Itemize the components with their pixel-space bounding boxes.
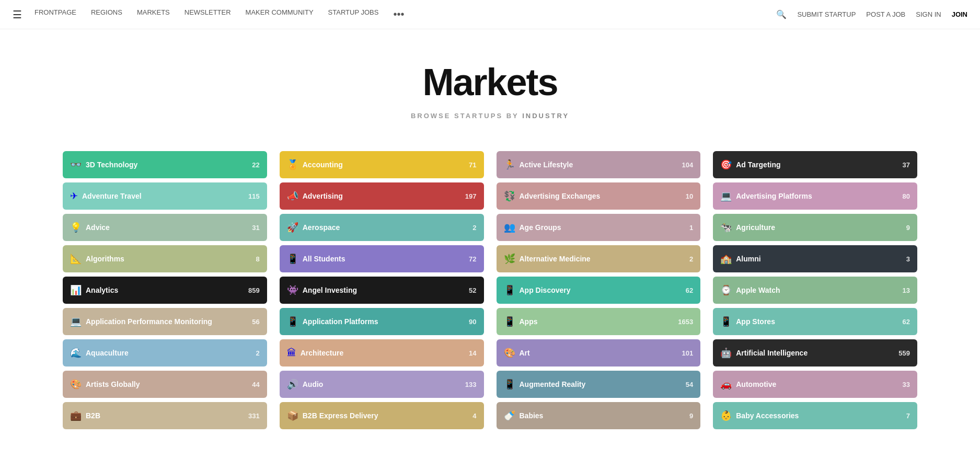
market-card[interactable]: 📱App Discovery62 <box>497 277 701 304</box>
market-card[interactable]: 🌿Alternative Medicine2 <box>497 245 701 272</box>
market-card[interactable]: 💻Application Performance Monitoring56 <box>63 308 267 335</box>
market-card[interactable]: 👓3D Technology22 <box>63 151 267 178</box>
markets-grid: 👓3D Technology22✈Adventure Travel115💡Adv… <box>0 141 980 450</box>
market-icon: 💻 <box>70 317 82 326</box>
market-card[interactable]: 🐄Agriculture9 <box>713 214 917 241</box>
navbar: ☰ FRONTPAGE REGIONS MARKETS NEWSLETTER M… <box>0 0 980 29</box>
market-icon: ✈ <box>70 191 78 201</box>
market-count: 8 <box>256 255 260 263</box>
market-icon: 👓 <box>70 160 82 169</box>
hero-section: Markets BROWSE STARTUPS BY INDUSTRY <box>0 29 980 141</box>
post-job-button[interactable]: POST A JOB <box>866 10 905 18</box>
market-icon: 📊 <box>70 285 82 295</box>
market-card[interactable]: 📱Augmented Reality54 <box>497 371 701 398</box>
market-label: Alumni <box>736 255 760 264</box>
market-icon: 🎨 <box>70 380 82 389</box>
page-title: Markets <box>10 61 970 104</box>
market-icon: 🐄 <box>720 223 732 232</box>
submit-startup-button[interactable]: SUBMIT STARTUP <box>797 10 856 18</box>
market-icon: 🎨 <box>504 348 515 358</box>
market-card[interactable]: 📱App Stores62 <box>713 308 917 335</box>
market-count: 62 <box>903 318 910 326</box>
market-card[interactable]: 🏛Architecture14 <box>280 339 484 367</box>
market-card[interactable]: 🎨Artists Globally44 <box>63 371 267 398</box>
market-count: 1653 <box>678 318 693 326</box>
market-card[interactable]: 🚀Aerospace2 <box>280 214 484 241</box>
search-icon[interactable]: 🔍 <box>776 9 787 19</box>
market-card[interactable]: 🏃Active Lifestyle104 <box>497 151 701 178</box>
market-icon: 🤖 <box>720 348 732 358</box>
market-count: 90 <box>469 318 476 326</box>
market-card[interactable]: 👾Angel Investing52 <box>280 277 484 304</box>
market-icon: 📱 <box>720 317 732 326</box>
market-count: 7 <box>906 412 910 420</box>
nav-markets[interactable]: MARKETS <box>137 8 170 20</box>
nav-regions[interactable]: REGIONS <box>91 8 122 20</box>
market-label: Angel Investing <box>303 286 357 295</box>
market-card[interactable]: 💻Advertising Platforms80 <box>713 182 917 210</box>
market-card[interactable]: 👶Baby Accessories7 <box>713 402 917 429</box>
market-card[interactable]: 📱Apps1653 <box>497 308 701 335</box>
market-count: 31 <box>252 224 259 232</box>
market-card[interactable]: 🌊Aquaculture2 <box>63 339 267 367</box>
market-card[interactable]: 📐Algorithms8 <box>63 245 267 272</box>
market-icon: 🔊 <box>287 380 298 389</box>
market-count: 2 <box>689 255 693 263</box>
join-button[interactable]: JOIN <box>952 10 967 18</box>
market-icon: 🚀 <box>287 223 298 232</box>
market-label: Apple Watch <box>736 286 780 295</box>
market-count: 101 <box>682 349 694 357</box>
market-count: 2 <box>472 224 476 232</box>
market-card[interactable]: 📱Application Platforms90 <box>280 308 484 335</box>
sign-in-button[interactable]: SIGN IN <box>916 10 941 18</box>
market-label: Analytics <box>86 286 118 295</box>
nav-maker-community[interactable]: MAKER COMMUNITY <box>246 8 314 20</box>
market-card[interactable]: 🏅Accounting71 <box>280 151 484 178</box>
market-card[interactable]: 💡Advice31 <box>63 214 267 241</box>
market-count: 859 <box>248 287 260 294</box>
market-card[interactable]: 📱All Students72 <box>280 245 484 272</box>
market-card[interactable]: ✈Adventure Travel115 <box>63 182 267 210</box>
market-card[interactable]: 👥Age Groups1 <box>497 214 701 241</box>
market-card[interactable]: 🔊Audio133 <box>280 371 484 398</box>
market-icon: 👶 <box>720 411 732 420</box>
nav-frontpage[interactable]: FRONTPAGE <box>34 8 76 20</box>
market-card[interactable]: 💱Advertising Exchanges10 <box>497 182 701 210</box>
market-count: 197 <box>465 192 477 200</box>
market-card[interactable]: 🏫Alumni3 <box>713 245 917 272</box>
market-count: 4 <box>472 412 476 420</box>
market-icon: ⌚ <box>720 285 732 295</box>
market-card[interactable]: 📊Analytics859 <box>63 277 267 304</box>
market-card[interactable]: 🎨Art101 <box>497 339 701 367</box>
market-label: Aquaculture <box>86 349 129 358</box>
market-count: 559 <box>898 349 910 357</box>
market-count: 9 <box>906 224 910 232</box>
market-icon: 💱 <box>504 191 515 201</box>
market-count: 56 <box>252 318 259 326</box>
market-count: 133 <box>465 381 477 388</box>
market-card[interactable]: 🎯Ad Targeting37 <box>713 151 917 178</box>
hamburger-icon[interactable]: ☰ <box>13 8 22 21</box>
nav-more-dots[interactable]: ••• <box>393 8 404 20</box>
market-count: 13 <box>903 287 910 294</box>
market-card[interactable]: 📣Advertising197 <box>280 182 484 210</box>
market-card[interactable]: 🤖Artificial Intelligence559 <box>713 339 917 367</box>
market-icon: 💼 <box>70 411 82 420</box>
nav-startup-jobs[interactable]: STARTUP JOBS <box>328 8 379 20</box>
market-label: Alternative Medicine <box>520 255 591 264</box>
market-count: 14 <box>469 349 476 357</box>
market-card[interactable]: 📦B2B Express Delivery4 <box>280 402 484 429</box>
market-column-0: 👓3D Technology22✈Adventure Travel115💡Adv… <box>63 151 267 429</box>
market-icon: 💡 <box>70 223 82 232</box>
market-label: Age Groups <box>520 223 561 232</box>
market-card[interactable]: 🚗Automotive33 <box>713 371 917 398</box>
market-card[interactable]: 🍼Babies9 <box>497 402 701 429</box>
market-label: B2B Express Delivery <box>303 411 378 420</box>
market-card[interactable]: ⌚Apple Watch13 <box>713 277 917 304</box>
market-count: 1 <box>689 224 693 232</box>
market-label: Ad Targeting <box>736 161 780 169</box>
nav-newsletter[interactable]: NEWSLETTER <box>185 8 231 20</box>
market-label: All Students <box>303 255 345 264</box>
market-count: 52 <box>469 287 476 294</box>
market-card[interactable]: 💼B2B331 <box>63 402 267 429</box>
